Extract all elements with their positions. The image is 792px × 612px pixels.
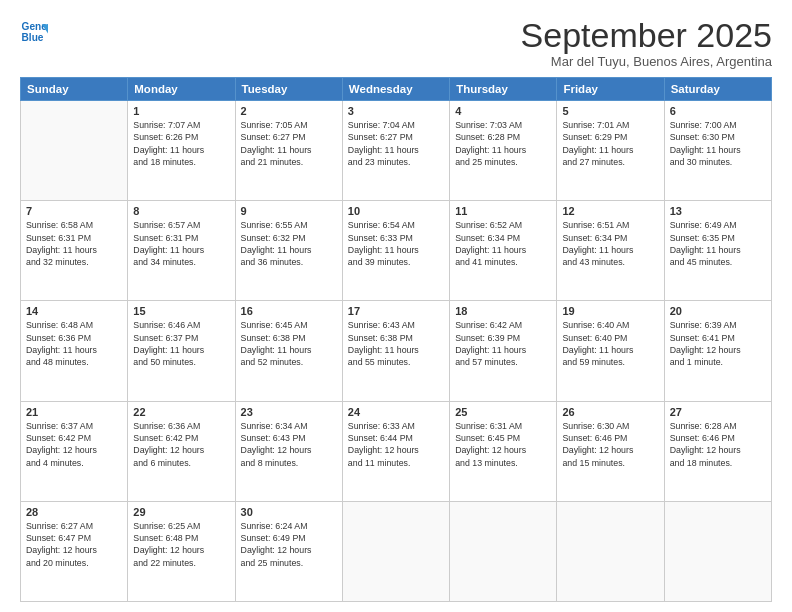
- header-wednesday: Wednesday: [342, 78, 449, 101]
- table-row: 19Sunrise: 6:40 AMSunset: 6:40 PMDayligh…: [557, 301, 664, 401]
- calendar-week-row: 21Sunrise: 6:37 AMSunset: 6:42 PMDayligh…: [21, 401, 772, 501]
- month-title: September 2025: [521, 18, 772, 52]
- day-info: Sunrise: 6:39 AMSunset: 6:41 PMDaylight:…: [670, 319, 766, 368]
- day-number: 16: [241, 305, 337, 317]
- table-row: [664, 501, 771, 601]
- table-row: [557, 501, 664, 601]
- location: Mar del Tuyu, Buenos Aires, Argentina: [521, 54, 772, 69]
- table-row: 8Sunrise: 6:57 AMSunset: 6:31 PMDaylight…: [128, 201, 235, 301]
- table-row: 18Sunrise: 6:42 AMSunset: 6:39 PMDayligh…: [450, 301, 557, 401]
- table-row: 6Sunrise: 7:00 AMSunset: 6:30 PMDaylight…: [664, 101, 771, 201]
- table-row: 9Sunrise: 6:55 AMSunset: 6:32 PMDaylight…: [235, 201, 342, 301]
- table-row: 15Sunrise: 6:46 AMSunset: 6:37 PMDayligh…: [128, 301, 235, 401]
- table-row: 17Sunrise: 6:43 AMSunset: 6:38 PMDayligh…: [342, 301, 449, 401]
- logo: General Blue: [20, 18, 48, 46]
- day-number: 21: [26, 406, 122, 418]
- day-number: 15: [133, 305, 229, 317]
- header-saturday: Saturday: [664, 78, 771, 101]
- table-row: 3Sunrise: 7:04 AMSunset: 6:27 PMDaylight…: [342, 101, 449, 201]
- day-info: Sunrise: 7:03 AMSunset: 6:28 PMDaylight:…: [455, 119, 551, 168]
- day-info: Sunrise: 6:33 AMSunset: 6:44 PMDaylight:…: [348, 420, 444, 469]
- day-number: 18: [455, 305, 551, 317]
- table-row: 7Sunrise: 6:58 AMSunset: 6:31 PMDaylight…: [21, 201, 128, 301]
- day-info: Sunrise: 6:55 AMSunset: 6:32 PMDaylight:…: [241, 219, 337, 268]
- table-row: 1Sunrise: 7:07 AMSunset: 6:26 PMDaylight…: [128, 101, 235, 201]
- day-number: 3: [348, 105, 444, 117]
- day-number: 25: [455, 406, 551, 418]
- table-row: 12Sunrise: 6:51 AMSunset: 6:34 PMDayligh…: [557, 201, 664, 301]
- day-info: Sunrise: 6:46 AMSunset: 6:37 PMDaylight:…: [133, 319, 229, 368]
- day-number: 23: [241, 406, 337, 418]
- table-row: 10Sunrise: 6:54 AMSunset: 6:33 PMDayligh…: [342, 201, 449, 301]
- day-number: 30: [241, 506, 337, 518]
- day-info: Sunrise: 6:37 AMSunset: 6:42 PMDaylight:…: [26, 420, 122, 469]
- day-number: 27: [670, 406, 766, 418]
- calendar-table: Sunday Monday Tuesday Wednesday Thursday…: [20, 77, 772, 602]
- day-number: 1: [133, 105, 229, 117]
- day-info: Sunrise: 6:40 AMSunset: 6:40 PMDaylight:…: [562, 319, 658, 368]
- table-row: 11Sunrise: 6:52 AMSunset: 6:34 PMDayligh…: [450, 201, 557, 301]
- table-row: [21, 101, 128, 201]
- day-info: Sunrise: 6:51 AMSunset: 6:34 PMDaylight:…: [562, 219, 658, 268]
- day-info: Sunrise: 6:25 AMSunset: 6:48 PMDaylight:…: [133, 520, 229, 569]
- day-number: 11: [455, 205, 551, 217]
- day-number: 13: [670, 205, 766, 217]
- calendar-week-row: 1Sunrise: 7:07 AMSunset: 6:26 PMDaylight…: [21, 101, 772, 201]
- day-info: Sunrise: 7:05 AMSunset: 6:27 PMDaylight:…: [241, 119, 337, 168]
- day-number: 24: [348, 406, 444, 418]
- day-info: Sunrise: 6:42 AMSunset: 6:39 PMDaylight:…: [455, 319, 551, 368]
- table-row: 4Sunrise: 7:03 AMSunset: 6:28 PMDaylight…: [450, 101, 557, 201]
- table-row: 23Sunrise: 6:34 AMSunset: 6:43 PMDayligh…: [235, 401, 342, 501]
- day-info: Sunrise: 6:57 AMSunset: 6:31 PMDaylight:…: [133, 219, 229, 268]
- day-info: Sunrise: 6:54 AMSunset: 6:33 PMDaylight:…: [348, 219, 444, 268]
- table-row: [450, 501, 557, 601]
- header-tuesday: Tuesday: [235, 78, 342, 101]
- day-number: 5: [562, 105, 658, 117]
- header-thursday: Thursday: [450, 78, 557, 101]
- day-number: 26: [562, 406, 658, 418]
- table-row: 21Sunrise: 6:37 AMSunset: 6:42 PMDayligh…: [21, 401, 128, 501]
- day-number: 4: [455, 105, 551, 117]
- header-sunday: Sunday: [21, 78, 128, 101]
- day-number: 29: [133, 506, 229, 518]
- header-friday: Friday: [557, 78, 664, 101]
- day-info: Sunrise: 7:07 AMSunset: 6:26 PMDaylight:…: [133, 119, 229, 168]
- weekday-header-row: Sunday Monday Tuesday Wednesday Thursday…: [21, 78, 772, 101]
- day-number: 20: [670, 305, 766, 317]
- day-number: 10: [348, 205, 444, 217]
- day-number: 6: [670, 105, 766, 117]
- day-info: Sunrise: 6:43 AMSunset: 6:38 PMDaylight:…: [348, 319, 444, 368]
- day-number: 17: [348, 305, 444, 317]
- day-info: Sunrise: 7:01 AMSunset: 6:29 PMDaylight:…: [562, 119, 658, 168]
- calendar-week-row: 14Sunrise: 6:48 AMSunset: 6:36 PMDayligh…: [21, 301, 772, 401]
- header-right: September 2025 Mar del Tuyu, Buenos Aire…: [521, 18, 772, 69]
- table-row: 5Sunrise: 7:01 AMSunset: 6:29 PMDaylight…: [557, 101, 664, 201]
- page: General Blue September 2025 Mar del Tuyu…: [0, 0, 792, 612]
- table-row: 16Sunrise: 6:45 AMSunset: 6:38 PMDayligh…: [235, 301, 342, 401]
- table-row: 25Sunrise: 6:31 AMSunset: 6:45 PMDayligh…: [450, 401, 557, 501]
- day-number: 14: [26, 305, 122, 317]
- logo-icon: General Blue: [20, 18, 48, 46]
- table-row: 22Sunrise: 6:36 AMSunset: 6:42 PMDayligh…: [128, 401, 235, 501]
- day-info: Sunrise: 6:52 AMSunset: 6:34 PMDaylight:…: [455, 219, 551, 268]
- day-info: Sunrise: 6:48 AMSunset: 6:36 PMDaylight:…: [26, 319, 122, 368]
- day-info: Sunrise: 6:30 AMSunset: 6:46 PMDaylight:…: [562, 420, 658, 469]
- day-number: 19: [562, 305, 658, 317]
- day-info: Sunrise: 7:04 AMSunset: 6:27 PMDaylight:…: [348, 119, 444, 168]
- day-number: 9: [241, 205, 337, 217]
- day-number: 28: [26, 506, 122, 518]
- table-row: 20Sunrise: 6:39 AMSunset: 6:41 PMDayligh…: [664, 301, 771, 401]
- day-info: Sunrise: 6:28 AMSunset: 6:46 PMDaylight:…: [670, 420, 766, 469]
- day-number: 22: [133, 406, 229, 418]
- table-row: [342, 501, 449, 601]
- table-row: 29Sunrise: 6:25 AMSunset: 6:48 PMDayligh…: [128, 501, 235, 601]
- table-row: 26Sunrise: 6:30 AMSunset: 6:46 PMDayligh…: [557, 401, 664, 501]
- table-row: 27Sunrise: 6:28 AMSunset: 6:46 PMDayligh…: [664, 401, 771, 501]
- header-monday: Monday: [128, 78, 235, 101]
- table-row: 2Sunrise: 7:05 AMSunset: 6:27 PMDaylight…: [235, 101, 342, 201]
- table-row: 28Sunrise: 6:27 AMSunset: 6:47 PMDayligh…: [21, 501, 128, 601]
- table-row: 30Sunrise: 6:24 AMSunset: 6:49 PMDayligh…: [235, 501, 342, 601]
- table-row: 14Sunrise: 6:48 AMSunset: 6:36 PMDayligh…: [21, 301, 128, 401]
- day-info: Sunrise: 6:49 AMSunset: 6:35 PMDaylight:…: [670, 219, 766, 268]
- day-info: Sunrise: 6:27 AMSunset: 6:47 PMDaylight:…: [26, 520, 122, 569]
